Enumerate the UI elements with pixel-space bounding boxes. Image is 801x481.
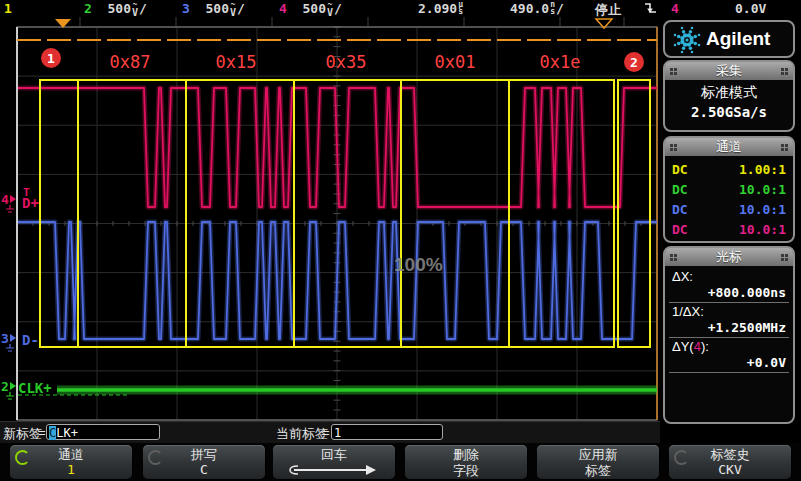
channels-panel: 通道 DC1.00:1DC10.0:1DC10.0:1DC10.0:1: [663, 136, 795, 243]
enter-arrow-icon: [273, 462, 395, 481]
svg-text:1: 1: [47, 51, 55, 66]
label-d-minus: D-: [22, 332, 39, 348]
channel-1-indicator[interactable]: 1: [4, 1, 12, 16]
hex-byte-label: 0x1e: [540, 52, 581, 72]
svg-text:4: 4: [1, 192, 9, 207]
top-status-bar: 1 2 500~V/3 500~V/4 500~V/ 2.090µs 490.0…: [0, 0, 801, 16]
softkey-6[interactable]: 标签史CKV: [669, 445, 791, 479]
hex-byte-label: 0x35: [326, 52, 367, 72]
cursors-header[interactable]: 光标: [665, 248, 793, 266]
waveform-marker-1: 1: [41, 48, 61, 68]
cursor-entry-label: ΔY(4):: [672, 339, 709, 354]
cursors-panel: 光标 ΔX:+800.000ns1/ΔX:+1.2500MHzΔY(4):+0.…: [663, 246, 795, 424]
time-position-readout[interactable]: 2.090µs: [418, 1, 464, 16]
label-clk-plus: CLK+: [18, 380, 52, 396]
label-d-plus: D+: [22, 195, 39, 211]
channel-2-ground-marker[interactable]: 2: [1, 379, 16, 399]
softkey-4[interactable]: 删除字段: [405, 445, 527, 479]
softkey-label-bottom: 标签: [537, 462, 659, 480]
svg-text:2: 2: [1, 379, 9, 394]
waveform-display: 4TD+3D-2CLK+0x870x150x350x010x1e12100%: [0, 16, 660, 421]
softkey-label-bottom: 1: [10, 462, 132, 477]
softkey-3[interactable]: 回车: [273, 445, 395, 479]
current-label-caption: 当前标签: [276, 425, 328, 443]
softkey-label-bottom: C: [143, 462, 265, 477]
acquisition-header[interactable]: 采集: [665, 62, 793, 80]
softkey-5[interactable]: 应用新标签: [537, 445, 659, 479]
svg-text:2: 2: [630, 55, 638, 70]
softkey-label-bottom: 字段: [405, 462, 527, 480]
hex-byte-label: 0x15: [216, 52, 257, 72]
current-label-input[interactable]: 1: [331, 424, 443, 440]
cursor-entry-value: +1.2500MHz: [708, 320, 786, 335]
separator: [669, 372, 789, 373]
brand-panel: Agilent: [663, 20, 795, 58]
cursor-entry-label: ΔX:: [672, 269, 693, 284]
cursor-entry-label: 1/ΔX:: [672, 304, 704, 319]
softkey-label-bottom: CKV: [669, 462, 791, 477]
separator: [669, 337, 789, 338]
new-label-caption: 新标签: [3, 425, 42, 443]
timebase-readout[interactable]: 490.0ns/: [510, 1, 564, 16]
trace-clk-plus: [18, 390, 657, 395]
waveform-marker-2: 2: [624, 52, 644, 72]
channels-header[interactable]: 通道: [665, 138, 793, 156]
agilent-logo-icon: [670, 25, 704, 55]
channel-2-scale-readout[interactable]: 2 500~V/: [84, 1, 147, 17]
brand-name: Agilent: [706, 28, 770, 50]
softkey-1[interactable]: 通道1: [10, 445, 132, 479]
equals-sign: =: [38, 425, 46, 440]
softkey-2[interactable]: 拼写C: [143, 445, 265, 479]
cursor-entry-value: +800.000ns: [708, 285, 786, 300]
new-label-input[interactable]: CLK+: [46, 424, 160, 440]
trigger-level-readout[interactable]: 0.0V: [735, 1, 766, 16]
channel-coupling-row: DC10.0:1: [672, 201, 786, 219]
zoom-percentage-overlay: 100%: [394, 254, 443, 275]
oscilloscope-screen: 1 2 500~V/3 500~V/4 500~V/ 2.090µs 490.0…: [0, 0, 801, 481]
channel-4-ground-marker[interactable]: 4: [1, 192, 16, 212]
channel-coupling-row: DC10.0:1: [672, 181, 786, 199]
trigger-source-readout[interactable]: 4: [671, 1, 679, 16]
hex-byte-label: 0x01: [435, 52, 476, 72]
label-rest: LK+: [56, 426, 78, 440]
separator: [669, 302, 789, 303]
cursor-entry-value: +0.0V: [747, 355, 786, 370]
channel-3-ground-marker[interactable]: 3: [1, 331, 16, 351]
trace-d-minusplus: [18, 88, 657, 207]
acquisition-mode: 标准模式: [665, 84, 793, 102]
svg-text:3: 3: [1, 331, 9, 346]
channel-4-scale-readout[interactable]: 4 500~V/: [279, 1, 342, 17]
label-edit-bar: 新标签 = CLK+ 当前标签 = 1: [0, 421, 660, 444]
softkey-menu: 通道1拼写C回车 删除字段应用新标签标签史CKV: [0, 443, 801, 481]
sidebar: Agilent 采集 标准模式 2.50GSa/s 通道 DC1.00:1DC1…: [660, 16, 801, 443]
equals-sign-2: =: [322, 425, 330, 440]
channel-coupling-row: DC1.00:1: [672, 161, 786, 179]
acquisition-panel: 采集 标准模式 2.50GSa/s: [663, 60, 795, 132]
hex-byte-label: 0x87: [110, 52, 151, 72]
channel-3-scale-readout[interactable]: 3 500~V/: [182, 1, 245, 17]
channel-coupling-row: DC10.0:1: [672, 221, 786, 239]
sample-rate: 2.50GSa/s: [665, 104, 793, 120]
